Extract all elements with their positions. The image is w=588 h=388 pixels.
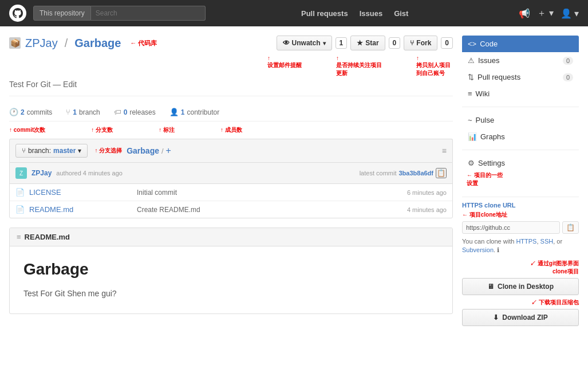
annotation-tags-label: ↑ 标注 (159, 126, 175, 134)
issues-link[interactable]: Issues (360, 9, 382, 18)
avatar: Z (15, 167, 27, 179)
contributors-link[interactable]: 1 (181, 108, 185, 116)
ssh-link[interactable]: SSH (540, 238, 554, 245)
desktop-icon: 🖥 (487, 283, 494, 291)
branches-link[interactable]: 1 (73, 108, 77, 116)
annotation-unwatch: ↑设置邮件提醒 (267, 55, 302, 77)
commits-icon: 🕐 (9, 108, 18, 116)
branches-stat: ⑂ 1 branch (66, 108, 100, 116)
branch-selector[interactable]: ⑂ branch: master ▾ (15, 144, 88, 158)
clone-note: You can clone with HTTPS, SSH, or Subver… (462, 237, 579, 255)
search-input[interactable] (91, 6, 206, 21)
sidebar-item-graphs[interactable]: 📊 Graphs (462, 128, 579, 145)
commit-author-link[interactable]: ZPJay (31, 169, 52, 177)
fork-count: 0 (441, 37, 453, 49)
branch-name: master (53, 147, 76, 155)
download-zip-button[interactable]: ⬇ Download ZIP (462, 309, 579, 326)
repo-context-label: This repository (33, 6, 91, 21)
sidebar-item-issues[interactable]: ⚠ Issues 0 (462, 52, 579, 69)
sidebar-graphs-label: Graphs (480, 132, 505, 141)
sidebar-item-pullrequests[interactable]: ⇅ Pull requests 0 (462, 69, 579, 85)
file-readme-time: 4 minutes ago (407, 206, 447, 213)
readme-header: ≡ README.md (10, 228, 452, 246)
https-link[interactable]: HTTPS (516, 238, 536, 245)
sidebar-item-wiki[interactable]: ≡ Wiki (462, 85, 579, 102)
content-area: 📦 ZPJay / Garbage ← 代码库 👁 Unwatch ▾ 1 ★ … (0, 26, 462, 335)
branch-label: branch: (28, 147, 51, 155)
repo-description: Test For Git — Edit (9, 80, 453, 96)
releases-link[interactable]: 0 (124, 108, 128, 116)
pr-badge: 0 (563, 73, 573, 81)
releases-stat: 🏷 0 releases (114, 108, 156, 116)
action-annotations: ↑设置邮件提醒 ↑是否持续关注项目更新 ↑拷贝别人项目到自己账号 (9, 55, 453, 77)
code-icon: <> (468, 40, 476, 48)
issues-icon: ⚠ (468, 56, 475, 65)
sidebar-issues-label: Issues (478, 56, 500, 65)
sidebar-item-settings[interactable]: ⚙ Settings (462, 155, 579, 171)
repo-icon: 📦 (9, 37, 21, 49)
clone-label: HTTPS clone URL (462, 202, 579, 209)
unwatch-button[interactable]: 👁 Unwatch ▾ (277, 36, 332, 50)
commits-stat: 🕐 2 commits (9, 108, 52, 116)
sidebar-item-code[interactable]: <> Code (462, 36, 579, 52)
commit-info-row: Z ZPJay authored 4 minutes ago latest co… (10, 163, 452, 184)
commit-time: authored 4 minutes ago (56, 170, 123, 177)
annotation-star: ↑是否持续关注项目更新 (336, 55, 382, 77)
file-icon: 📄 (15, 205, 25, 214)
clone-copy-button[interactable]: 📋 (562, 221, 579, 234)
issues-badge: 0 (563, 57, 573, 65)
annotation-branches-label: ↑ 分支数 (91, 126, 113, 134)
graphs-icon: 📊 (468, 132, 477, 141)
file-readme-link[interactable]: README.md (29, 205, 132, 214)
main-wrapper: 📦 ZPJay / Garbage ← 代码库 👁 Unwatch ▾ 1 ★ … (0, 26, 588, 335)
contributors-stat: 👤 1 contributor (169, 108, 219, 116)
star-button[interactable]: ★ Star (350, 36, 385, 50)
add-button[interactable]: ＋ ▾ (537, 7, 553, 19)
pull-requests-link[interactable]: Pull requests (301, 9, 348, 18)
sidebar-item-pulse[interactable]: ~ Pulse (462, 112, 579, 128)
clone-desktop-button[interactable]: 🖥 Clone in Desktop (462, 278, 579, 295)
list-view-button[interactable]: ≡ (442, 146, 447, 155)
clone-url-input[interactable] (462, 221, 560, 234)
commit-hash-area: latest commit 3ba3b8a6df 📋 (360, 168, 447, 178)
file-table: Z ZPJay authored 4 minutes ago latest co… (9, 162, 453, 218)
annotation-fork: ↑拷贝别人项目到自己账号 (416, 55, 451, 77)
add-file-link[interactable]: + (166, 146, 171, 156)
gist-link[interactable]: Gist (394, 9, 408, 18)
subversion-link[interactable]: Subversion (462, 246, 494, 253)
clone-section: HTTPS clone URL ← 项目clone地址 📋 You can cl… (462, 202, 579, 326)
fork-button[interactable]: ⑂ Fork (404, 36, 437, 50)
annotation-settings: ← 项目的一些设置 (462, 171, 579, 187)
eye-icon: 👁 (283, 39, 290, 47)
annotation-clone: ← 项目clone地址 (462, 211, 579, 219)
pullreq-icon: ⇅ (468, 73, 474, 81)
annotation-branch: ↑ 分支选择 (94, 147, 122, 155)
annotation-repo: ← 代码库 (130, 39, 157, 48)
commit-hash-link[interactable]: 3ba3b8a6df (398, 170, 433, 177)
sidebar-divider-2 (462, 150, 579, 150)
topnav-icon-area: 📢 ＋ ▾ 👤 ▾ (519, 7, 579, 19)
user-menu-button[interactable]: 👤 ▾ (561, 8, 579, 19)
clone-url-row: 📋 (462, 221, 579, 234)
commits-link[interactable]: 2 (21, 108, 25, 116)
new-path-area: Garbage / + (127, 146, 171, 156)
pulse-icon: ~ (468, 116, 472, 124)
annotation-members-label: ↑ 成员数 (220, 126, 242, 134)
notifications-button[interactable]: 📢 (519, 8, 530, 19)
wiki-icon: ≡ (468, 89, 472, 98)
unwatch-count: 1 (336, 37, 348, 49)
sidebar-wiki-label: Wiki (476, 89, 490, 98)
latest-commit-label: latest commit (360, 170, 397, 177)
star-icon: ★ (357, 39, 363, 47)
top-navigation: This repository Pull requests Issues Gis… (0, 0, 588, 26)
repo-owner-link[interactable]: ZPJay (25, 37, 58, 50)
repo-name-link[interactable]: Garbage (74, 37, 121, 50)
settings-icon: ⚙ (468, 159, 475, 167)
file-license-link[interactable]: LICENSE (29, 188, 132, 197)
root-path-link[interactable]: Garbage (127, 146, 159, 155)
annotation-desktop: ↙ 通过git图形界面clone项目 (462, 260, 579, 276)
copy-hash-button[interactable]: 📋 (436, 168, 447, 178)
readme-h1: Garbage (23, 260, 439, 279)
github-logo[interactable] (9, 5, 26, 22)
file-license-message: Initial commit (137, 189, 402, 197)
